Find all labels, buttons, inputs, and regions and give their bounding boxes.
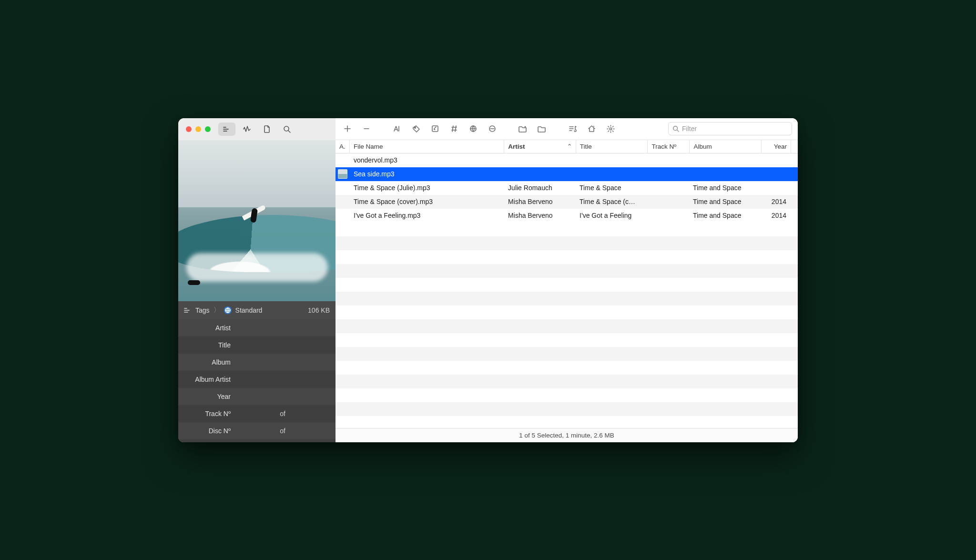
field-label: Title — [185, 341, 236, 349]
view-file-button[interactable] — [258, 122, 275, 136]
reveal-folder-button[interactable] — [534, 122, 550, 136]
field-album[interactable]: Album — [178, 354, 336, 371]
field-artist[interactable]: Artist — [178, 319, 336, 336]
table-row[interactable]: Time & Space (Julie).mp3Julie RomauchTim… — [336, 181, 798, 195]
main: A. File Name Artist ⌃ Title Track Nº Alb… — [336, 140, 798, 442]
cell-artist: Misha Berveno — [504, 198, 576, 205]
field-value[interactable] — [236, 342, 329, 348]
field-value[interactable] — [236, 428, 277, 434]
tags-breadcrumb: Tags 〉 Standard 106 KB — [178, 301, 336, 319]
field-label: Disc Nº — [185, 427, 236, 435]
settings-button[interactable] — [602, 122, 619, 136]
breadcrumb-leaf[interactable]: Standard — [235, 306, 263, 314]
column-overflow[interactable] — [791, 140, 798, 153]
search-icon — [672, 125, 679, 132]
column-artwork[interactable]: A. — [336, 140, 350, 153]
cell-filename: Time & Space (Julie).mp3 — [350, 184, 504, 192]
sort-ascending-icon: ⌃ — [567, 143, 572, 150]
cell-filename: Sea side.mp3 — [350, 170, 504, 178]
rename-button[interactable] — [389, 122, 405, 136]
playlist-button[interactable] — [564, 122, 580, 136]
view-waveform-button[interactable] — [238, 122, 255, 136]
column-artist[interactable]: Artist ⌃ — [504, 140, 576, 153]
column-filename[interactable]: File Name — [350, 140, 504, 153]
field-value[interactable] — [236, 410, 277, 417]
field-value[interactable] — [236, 393, 329, 400]
column-label: Artist — [508, 143, 525, 150]
field-title[interactable]: Title — [178, 336, 336, 354]
field-value[interactable] — [236, 376, 329, 383]
add-button[interactable] — [339, 122, 356, 136]
table-row[interactable]: I've Got a Feeling.mp3Misha BervenoI've … — [336, 209, 798, 223]
close-window-button[interactable] — [186, 126, 192, 132]
table-body[interactable]: vondervol.mp3Sea side.mp3Time & Space (J… — [336, 153, 798, 428]
table-row[interactable]: Sea side.mp3 — [336, 167, 798, 181]
cell-year: 2014 — [761, 198, 790, 205]
tracknum-button[interactable] — [446, 122, 462, 136]
filter-input[interactable] — [682, 125, 788, 132]
svg-line-15 — [455, 126, 456, 132]
window-controls — [186, 126, 211, 132]
open-folder-button[interactable] — [515, 122, 531, 136]
field-value[interactable] — [236, 359, 329, 366]
cell-album: Time and Space — [689, 184, 761, 192]
column-year[interactable]: Year — [762, 140, 791, 153]
field-value[interactable] — [236, 325, 329, 331]
breadcrumb-root[interactable]: Tags — [195, 306, 210, 314]
column-album[interactable]: Album — [690, 140, 762, 153]
table-row[interactable]: Time & Space (cover).mp3Misha BervenoTim… — [336, 195, 798, 209]
titlebar — [178, 118, 798, 140]
home-button[interactable] — [583, 122, 600, 136]
exclude-button[interactable] — [484, 122, 500, 136]
table-row[interactable]: vondervol.mp3 — [336, 153, 798, 167]
field-label: Artist — [185, 324, 236, 332]
field-album-artist[interactable]: Album Artist — [178, 371, 336, 388]
artwork-surfer-icon — [244, 207, 264, 229]
web-lookup-button[interactable] — [465, 122, 481, 136]
globe-icon — [224, 306, 232, 314]
cell-artwork — [336, 169, 350, 179]
field-label: Year — [185, 393, 236, 400]
toolbar — [336, 118, 798, 140]
zoom-window-button[interactable] — [205, 126, 211, 132]
file-size: 106 KB — [308, 306, 330, 314]
of-label: of — [277, 410, 288, 417]
svg-line-4 — [288, 131, 290, 132]
column-track[interactable]: Track Nº — [648, 140, 690, 153]
tag-fields: Artist Title Album Album Artist Year — [178, 319, 336, 442]
minimize-window-button[interactable] — [195, 126, 201, 132]
edit-button[interactable] — [427, 122, 443, 136]
tag-button[interactable] — [408, 122, 424, 136]
sidebar: Tags 〉 Standard 106 KB Artist Title — [178, 140, 336, 442]
field-label: Album Artist — [185, 376, 236, 383]
cell-filename: I've Got a Feeling.mp3 — [350, 212, 504, 219]
body: Tags 〉 Standard 106 KB Artist Title — [178, 140, 798, 442]
field-value-total[interactable] — [288, 410, 329, 417]
cell-filename: vondervol.mp3 — [350, 156, 504, 164]
field-value-total[interactable] — [288, 428, 329, 434]
svg-rect-11 — [432, 126, 438, 132]
of-label: of — [277, 427, 288, 435]
table-header: A. File Name Artist ⌃ Title Track Nº Alb… — [336, 140, 798, 153]
filter-field[interactable] — [668, 122, 792, 135]
svg-point-10 — [414, 127, 415, 128]
album-artwork[interactable] — [178, 140, 336, 301]
cell-artist: Julie Romauch — [504, 184, 576, 192]
view-list-button[interactable] — [218, 122, 235, 136]
cell-artist: Misha Berveno — [504, 212, 576, 219]
field-track[interactable]: Track Nº of — [178, 405, 336, 422]
field-year[interactable]: Year — [178, 388, 336, 405]
column-title[interactable]: Title — [576, 140, 648, 153]
field-disc[interactable]: Disc Nº of — [178, 422, 336, 439]
remove-button[interactable] — [358, 122, 375, 136]
cell-album: Time and Space — [689, 212, 761, 219]
field-label: Track Nº — [185, 410, 236, 417]
cell-album: Time and Space — [689, 198, 761, 205]
svg-point-23 — [593, 126, 594, 127]
cell-title: Time & Space (c… — [576, 198, 647, 205]
svg-line-26 — [677, 130, 679, 132]
row-artwork-thumb — [338, 169, 347, 179]
view-search-button[interactable] — [278, 122, 295, 136]
field-label: Album — [185, 358, 236, 366]
titlebar-left — [178, 118, 336, 140]
